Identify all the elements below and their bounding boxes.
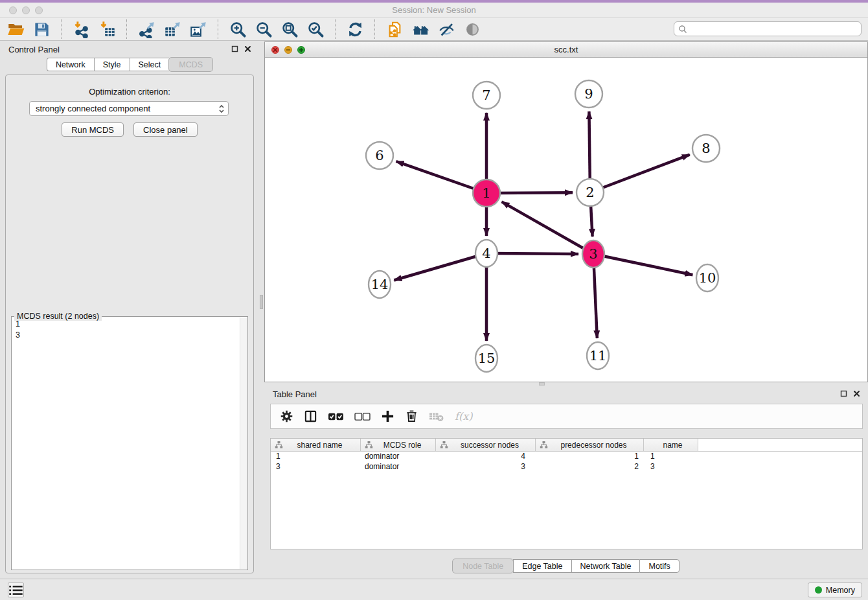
graph-node-label: 6: [375, 148, 383, 163]
float-panel-icon[interactable]: [231, 45, 238, 52]
graph-edge-3-1[interactable]: [502, 202, 594, 254]
save-session-button[interactable]: [29, 19, 54, 39]
graph-node-label: 14: [371, 277, 389, 292]
duplicate-network-button[interactable]: [382, 19, 407, 39]
graph-node-label: 8: [702, 141, 710, 156]
minimize-view-button[interactable]: [284, 46, 292, 54]
graph-node-3[interactable]: 3: [582, 240, 604, 268]
network-canvas[interactable]: 7968124314101511: [265, 58, 867, 382]
graph-node-11[interactable]: 11: [587, 342, 609, 369]
graph-node-label: 4: [482, 246, 490, 261]
table-header-row: shared nameMCDS rolesuccessor nodesprede…: [271, 439, 862, 452]
search-input[interactable]: [687, 23, 861, 35]
result-scrollbar[interactable]: [240, 317, 247, 569]
close-panel-icon[interactable]: [244, 45, 251, 52]
zoom-out-button[interactable]: [251, 19, 277, 39]
tab-node-table[interactable]: Node Table: [452, 559, 514, 573]
tab-motifs[interactable]: Motifs: [639, 559, 679, 573]
gear-button[interactable]: [280, 409, 293, 424]
table-panel-title: Table Panel: [273, 389, 317, 399]
close-panel-button[interactable]: Close panel: [133, 122, 198, 137]
graph-node-7[interactable]: 7: [473, 82, 500, 109]
graph-edge-3-10[interactable]: [593, 254, 692, 275]
add-row-button[interactable]: [381, 409, 394, 424]
graph-node-9[interactable]: 9: [575, 80, 602, 108]
column-header-predecessor-nodes[interactable]: predecessor nodes: [536, 439, 644, 451]
tab-mcds[interactable]: MCDS: [168, 57, 213, 72]
graph-node-label: 3: [589, 246, 597, 262]
tab-select[interactable]: Select: [130, 58, 170, 71]
home-icon: [412, 21, 429, 38]
zoom-fit-icon: [281, 21, 299, 38]
graph-edge-2-8[interactable]: [590, 155, 690, 192]
criterion-select[interactable]: strongly connected component: [29, 101, 229, 116]
float-panel-icon[interactable]: [840, 390, 847, 397]
graph-node-10[interactable]: 10: [696, 264, 718, 292]
table-body: 1dominator4113dominator323: [271, 452, 862, 472]
graph-node-label: 11: [589, 348, 607, 363]
mcds-result-list[interactable]: 13: [12, 319, 240, 570]
node-table[interactable]: shared nameMCDS rolesuccessor nodesprede…: [270, 438, 863, 549]
close-panel-icon[interactable]: [853, 390, 860, 397]
tab-network[interactable]: Network: [47, 58, 94, 71]
graph-node-14[interactable]: 14: [369, 271, 391, 298]
import-table-button[interactable]: [94, 19, 120, 39]
graph-edge-4-14[interactable]: [394, 253, 486, 281]
delete-row-button[interactable]: [405, 409, 418, 424]
table-row[interactable]: 3dominator323: [271, 462, 862, 472]
add-row-icon: [381, 410, 394, 423]
graph-node-4[interactable]: 4: [475, 240, 497, 267]
tab-style[interactable]: Style: [94, 58, 130, 71]
status-bar: Memory: [0, 579, 868, 600]
export-table-button[interactable]: [159, 19, 185, 39]
graph-node-label: 10: [699, 270, 716, 286]
tab-network-table[interactable]: Network Table: [571, 559, 640, 573]
table-row[interactable]: 1dominator411: [271, 452, 862, 462]
delete-table-icon: [429, 411, 444, 422]
graph-node-8[interactable]: 8: [692, 135, 720, 162]
export-network-button[interactable]: [133, 19, 159, 39]
export-image-button[interactable]: [185, 19, 211, 39]
run-mcds-button[interactable]: Run MCDS: [62, 122, 124, 137]
zoom-in-button[interactable]: [225, 19, 251, 39]
select-all-button[interactable]: [328, 409, 344, 424]
column-header-MCDS-role[interactable]: MCDS role: [361, 439, 436, 451]
select-stepper-icon: [218, 104, 225, 114]
refresh-layout-button[interactable]: [342, 19, 368, 39]
column-header-shared-name[interactable]: shared name: [271, 439, 361, 451]
application-window: Session: New Session Control Panel Netwo…: [0, 0, 868, 600]
zoom-selected-button[interactable]: [303, 19, 328, 39]
memory-status-dot: [815, 586, 822, 594]
import-network-button[interactable]: [68, 19, 94, 39]
graph-node-label: 9: [584, 86, 593, 102]
graph-node-2[interactable]: 2: [577, 179, 604, 206]
graph-node-15[interactable]: 15: [475, 345, 497, 372]
deselect-all-button[interactable]: [354, 409, 371, 424]
vertical-split-divider[interactable]: [259, 41, 264, 579]
maximize-view-button[interactable]: [297, 46, 305, 54]
search-box[interactable]: [674, 21, 862, 36]
delete-row-icon: [405, 410, 418, 423]
tab-edge-table[interactable]: Edge Table: [513, 559, 571, 573]
graph-node-1[interactable]: 1: [473, 179, 500, 207]
open-session-button[interactable]: [3, 19, 29, 39]
home-button[interactable]: [407, 19, 433, 39]
table-cell: dominator: [361, 462, 436, 472]
close-view-button[interactable]: [271, 46, 279, 54]
task-history-button[interactable]: [8, 583, 24, 597]
zoom-selected-icon: [307, 21, 325, 38]
graphics-details-button[interactable]: [433, 19, 459, 39]
columns-button[interactable]: [304, 409, 317, 424]
zoom-fit-button[interactable]: [277, 19, 303, 39]
eye-button[interactable]: [459, 19, 485, 39]
main-toolbar: [0, 18, 868, 41]
table-cell: 1: [536, 452, 644, 462]
divider-grip[interactable]: [260, 295, 263, 309]
memory-button[interactable]: Memory: [808, 583, 862, 597]
graph-node-6[interactable]: 6: [366, 142, 393, 169]
table-cell: 3: [271, 462, 361, 472]
graph-edge-4-3[interactable]: [486, 253, 578, 254]
zoom-out-icon: [255, 21, 273, 38]
column-header-successor-nodes[interactable]: successor nodes: [436, 439, 536, 451]
column-header-name[interactable]: name: [644, 439, 698, 451]
